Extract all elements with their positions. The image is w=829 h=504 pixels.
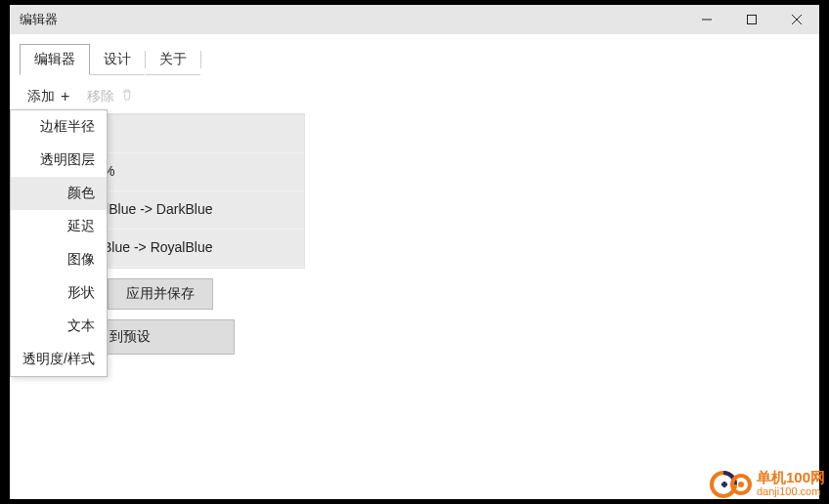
remove-label: 移除 <box>87 88 114 105</box>
svg-rect-1 <box>748 16 757 24</box>
menu-text[interactable]: 文本 <box>11 310 107 343</box>
tab-separator <box>200 51 201 68</box>
app-window: 编辑器 编辑器 设计 关于 添加 + 移除 <box>10 5 819 499</box>
svg-point-8 <box>738 482 744 487</box>
watermark-site-name: 单机100网 <box>757 470 825 486</box>
plus-icon: + <box>61 88 69 105</box>
add-context-menu: 边框半径 透明图层 颜色 延迟 图像 形状 文本 透明度/样式 <box>10 109 108 377</box>
menu-opacity-style[interactable]: 透明度/样式 <box>11 343 107 376</box>
window-title: 编辑器 <box>20 11 684 28</box>
trash-icon <box>120 88 134 105</box>
menu-border-radius[interactable]: 边框半径 <box>11 110 107 144</box>
content: 添加 + 移除 透明 透明度 - 90% 渐变 - RoyalBlue -> D… <box>10 75 819 355</box>
apply-save-button[interactable]: 应用并保存 <box>108 278 213 310</box>
tab-design[interactable]: 设计 <box>90 45 145 75</box>
maximize-icon <box>747 15 757 24</box>
menu-shape[interactable]: 形状 <box>11 276 107 310</box>
close-button[interactable] <box>774 5 819 34</box>
menu-transparent-layer[interactable]: 透明图层 <box>11 144 107 177</box>
menu-image[interactable]: 图像 <box>11 243 107 276</box>
add-label: 添加 <box>27 88 55 105</box>
tabs-area: 编辑器 设计 关于 <box>10 34 819 75</box>
watermark: 单机100网 danji100.com <box>710 467 825 500</box>
watermark-logo-icon <box>710 467 753 500</box>
close-icon <box>792 15 802 24</box>
menu-delay[interactable]: 延迟 <box>11 210 107 243</box>
minimize-button[interactable] <box>684 5 729 34</box>
remove-button[interactable]: 移除 <box>87 88 134 105</box>
maximize-button[interactable] <box>729 5 774 34</box>
minimize-icon <box>702 15 712 24</box>
tab-row: 编辑器 设计 关于 <box>20 44 809 75</box>
watermark-text: 单机100网 danji100.com <box>757 470 825 498</box>
tab-editor[interactable]: 编辑器 <box>20 44 90 75</box>
watermark-domain: danji100.com <box>757 485 820 497</box>
add-button[interactable]: 添加 + <box>27 88 69 105</box>
titlebar: 编辑器 <box>10 5 819 34</box>
menu-color[interactable]: 颜色 <box>11 177 107 210</box>
tab-about[interactable]: 关于 <box>146 45 200 75</box>
